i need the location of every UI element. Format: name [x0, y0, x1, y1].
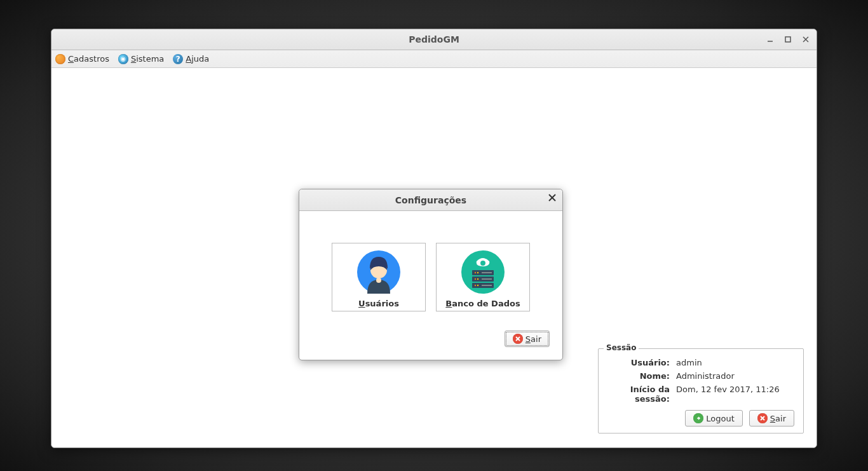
titlebar: PedidoGM: [51, 29, 817, 50]
svg-rect-21: [482, 278, 492, 280]
session-buttons: Logout Sair: [607, 410, 794, 427]
cancel-icon: [757, 413, 768, 423]
session-legend: Sessão: [604, 343, 639, 352]
dialog-close-icon[interactable]: [548, 194, 556, 201]
svg-rect-22: [482, 285, 492, 286]
main-window: PedidoGM Cadastros ◉ Sistema ? Ajuda: [51, 29, 817, 448]
database-icon: [460, 249, 506, 295]
svg-point-17: [477, 278, 478, 279]
dialog-footer: Sair: [299, 324, 562, 360]
svg-point-8: [376, 278, 381, 283]
svg-point-16: [475, 278, 476, 279]
logout-button[interactable]: Logout: [685, 410, 743, 427]
session-value: admin: [676, 358, 794, 367]
svg-point-15: [477, 271, 478, 273]
dialog-title: Configurações: [395, 195, 466, 205]
button-label: Sair: [526, 334, 541, 344]
sistema-icon: ◉: [118, 54, 128, 64]
session-row-inicio: Início da sessão: Dom, 12 fev 2017, 11:2…: [607, 385, 794, 404]
svg-point-14: [475, 271, 476, 273]
menubar: Cadastros ◉ Sistema ? Ajuda: [51, 50, 817, 68]
button-label: Logout: [706, 414, 735, 423]
session-label: Início da sessão:: [607, 385, 676, 404]
button-label: Sair: [770, 414, 786, 423]
config-dialog: Configurações: [299, 189, 563, 360]
menu-ajuda[interactable]: ? Ajuda: [173, 54, 209, 64]
svg-point-18: [475, 284, 476, 285]
tile-usuarios[interactable]: Usuários: [332, 243, 426, 311]
svg-point-19: [477, 284, 478, 285]
svg-rect-20: [482, 272, 492, 273]
window-controls: [763, 29, 813, 50]
session-value: Dom, 12 fev 2017, 11:26: [676, 385, 794, 404]
user-icon: [356, 249, 402, 295]
session-value: Administrador: [676, 371, 794, 381]
tile-banco-dados[interactable]: Banco de Dados: [436, 243, 530, 311]
session-panel: Sessão Usuário: admin Nome: Administrado…: [598, 348, 804, 433]
svg-point-10: [480, 261, 485, 266]
session-row-usuario: Usuário: admin: [607, 358, 794, 367]
menu-label: Ajuda: [186, 54, 209, 64]
tile-label: Usuários: [358, 299, 399, 308]
tile-label: Banco de Dados: [445, 299, 520, 308]
logout-icon: [693, 413, 703, 423]
cadastros-icon: [55, 54, 65, 64]
dialog-body: Usuários: [299, 211, 562, 324]
menu-label: Cadastros: [68, 54, 109, 64]
close-button[interactable]: [799, 33, 813, 46]
svg-rect-1: [785, 37, 790, 42]
session-label: Nome:: [607, 371, 676, 381]
window-title: PedidoGM: [409, 34, 459, 44]
minimize-button[interactable]: [763, 33, 777, 46]
sair-button[interactable]: Sair: [749, 410, 794, 427]
menu-label: Sistema: [131, 54, 164, 64]
menu-cadastros[interactable]: Cadastros: [55, 54, 109, 64]
content-area: Configurações: [51, 68, 817, 447]
session-row-nome: Nome: Administrador: [607, 371, 794, 381]
dialog-titlebar: Configurações: [299, 189, 562, 211]
menu-sistema[interactable]: ◉ Sistema: [118, 54, 164, 64]
cancel-icon: [513, 334, 523, 344]
help-icon: ?: [173, 54, 183, 64]
session-label: Usuário:: [607, 358, 676, 367]
dialog-sair-button[interactable]: Sair: [505, 331, 550, 347]
maximize-button[interactable]: [781, 33, 795, 46]
